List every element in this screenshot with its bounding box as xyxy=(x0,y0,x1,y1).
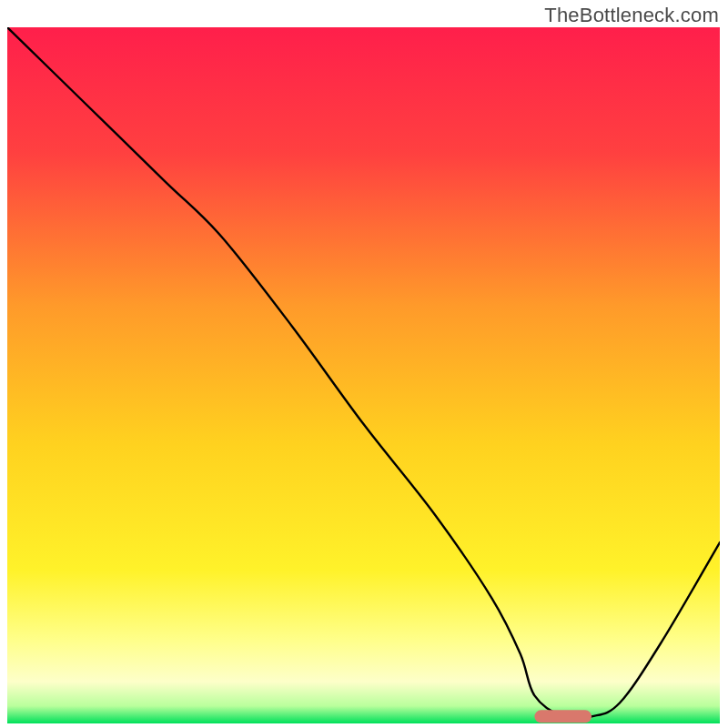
chart-svg xyxy=(7,27,720,723)
watermark-label: TheBottleneck.com xyxy=(544,4,719,27)
plot-area xyxy=(7,27,720,723)
optimal-zone-marker xyxy=(534,710,592,723)
chart-stage: TheBottleneck.com xyxy=(0,0,728,728)
